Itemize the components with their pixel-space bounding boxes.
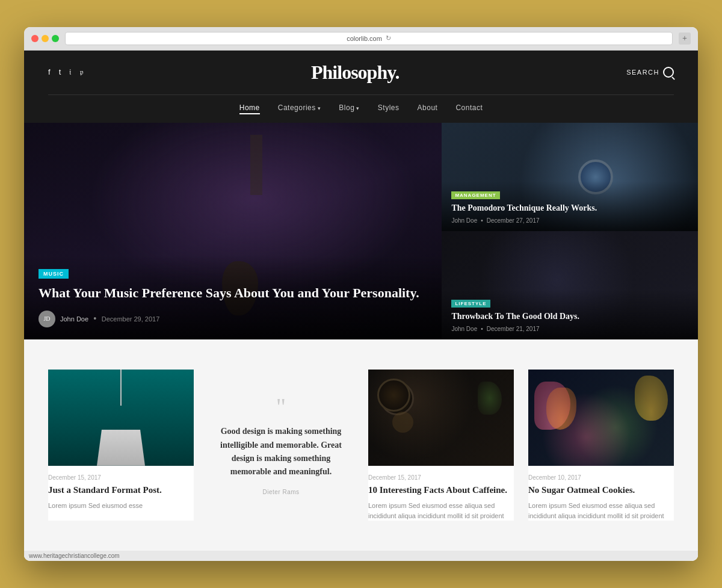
hero-meta: JD John Doe • December 29, 2017 — [39, 311, 427, 327]
lamp-shade — [97, 430, 145, 466]
quote-marks: " — [276, 395, 286, 419]
hero-side: MANAGEMENT The Pomodoro Technique Really… — [442, 123, 698, 339]
site-title: Philosophy. — [311, 61, 399, 84]
side-bottom-badge[interactable]: LIFESTYLE — [451, 300, 490, 308]
hero-separator: • — [93, 314, 97, 324]
hero-author: John Doe — [60, 315, 88, 323]
nav-categories[interactable]: Categories — [278, 104, 321, 114]
side-bottom-overlay: LIFESTYLE Throwback To The Good Old Days… — [442, 289, 698, 339]
cookies-title: No Sugar Oatmeal Cookies. — [528, 484, 674, 497]
coffee-title: 10 Interesting Facts About Caffeine. — [368, 484, 514, 497]
side-top-meta: John Doe • December 27, 2017 — [451, 217, 688, 224]
instagram-icon[interactable]: 𝔦 — [69, 67, 71, 77]
new-tab-button[interactable]: + — [679, 32, 691, 45]
hero-date: December 29, 2017 — [102, 315, 160, 323]
lamp-cord — [120, 370, 122, 406]
browser-chrome: colorlib.com ↻ + — [24, 27, 698, 51]
nav-blog[interactable]: Blog — [339, 104, 360, 114]
lamp-image — [48, 370, 194, 466]
search-button[interactable]: SEARCH — [626, 67, 674, 78]
browser-window: colorlib.com ↻ + f t 𝔦 𝔭 Philosophy. SEA… — [24, 27, 698, 562]
quote-card: " Good design is making something intell… — [208, 370, 354, 521]
side-top-date: December 27, 2017 — [487, 217, 540, 224]
maximize-button[interactable] — [52, 35, 59, 42]
twitter-icon[interactable]: t — [59, 67, 61, 77]
lamp-card[interactable]: December 15, 2017 Just a Standard Format… — [48, 370, 194, 521]
refresh-icon[interactable]: ↻ — [386, 34, 391, 42]
flowers-image — [528, 370, 674, 466]
cookies-card[interactable]: December 10, 2017 No Sugar Oatmeal Cooki… — [528, 370, 674, 521]
lamp-excerpt: Lorem ipsum Sed eiusmod esse — [48, 501, 194, 511]
hero-main[interactable]: MUSIC What Your Music Preference Says Ab… — [24, 123, 442, 339]
search-icon — [663, 67, 674, 78]
author-avatar: JD — [39, 311, 55, 327]
cookies-card-body: December 10, 2017 No Sugar Oatmeal Cooki… — [528, 466, 674, 521]
side-top-title: The Pomodoro Technique Really Works. — [451, 203, 688, 214]
side-bottom-date: December 21, 2017 — [487, 326, 540, 332]
quote-text: Good design is making something intellig… — [220, 425, 342, 479]
content-grid: December 15, 2017 Just a Standard Format… — [48, 370, 674, 521]
coffee-cup — [377, 379, 410, 412]
content-section: December 15, 2017 Just a Standard Format… — [24, 339, 698, 551]
side-top-author: John Doe — [451, 217, 477, 224]
lamp-date: December 15, 2017 — [48, 474, 194, 481]
flower-3 — [635, 376, 668, 421]
side-top-overlay: MANAGEMENT The Pomodoro Technique Really… — [442, 181, 698, 231]
cookies-date: December 10, 2017 — [528, 474, 674, 481]
quote-author: Dieter Rams — [262, 489, 299, 495]
nav-about[interactable]: About — [418, 104, 438, 114]
side-article-top[interactable]: MANAGEMENT The Pomodoro Technique Really… — [442, 123, 698, 231]
coffee-leaf — [478, 382, 502, 415]
coffee-decoration-1 — [392, 412, 413, 433]
lamp-title: Just a Standard Format Post. — [48, 484, 194, 497]
coffee-image — [368, 370, 514, 466]
coffee-card-body: December 15, 2017 10 Interesting Facts A… — [368, 466, 514, 521]
close-button[interactable] — [31, 35, 39, 42]
website-content: f t 𝔦 𝔭 Philosophy. SEARCH Home Categori… — [24, 51, 698, 562]
social-icons: f t 𝔦 𝔭 — [48, 67, 84, 77]
nav-styles[interactable]: Styles — [378, 104, 400, 114]
window-controls — [31, 35, 59, 42]
status-url: www.heritagechristiancollege.com — [29, 552, 120, 559]
main-nav: Home Categories Blog Styles About Contac… — [48, 95, 674, 123]
pinterest-icon[interactable]: 𝔭 — [79, 67, 84, 77]
side-article-bottom[interactable]: LIFESTYLE Throwback To The Good Old Days… — [442, 231, 698, 339]
facebook-icon[interactable]: f — [48, 67, 51, 77]
lamp-card-body: December 15, 2017 Just a Standard Format… — [48, 466, 194, 511]
hero-category-badge[interactable]: MUSIC — [39, 269, 69, 279]
minimize-button[interactable] — [42, 35, 49, 42]
hero-title: What Your Music Preference Says About Yo… — [39, 285, 427, 302]
side-bottom-author: John Doe — [451, 326, 477, 332]
search-label: SEARCH — [626, 69, 659, 76]
browser-statusbar: www.heritagechristiancollege.com — [24, 551, 698, 561]
coffee-date: December 15, 2017 — [368, 474, 514, 481]
hero-overlay: MUSIC What Your Music Preference Says Ab… — [24, 255, 442, 339]
coffee-excerpt: Lorem ipsum Sed eiusmod esse aliqua sed … — [368, 501, 514, 521]
nav-contact[interactable]: Contact — [455, 104, 483, 114]
nav-home[interactable]: Home — [239, 104, 260, 114]
header-top: f t 𝔦 𝔭 Philosophy. SEARCH — [48, 51, 674, 95]
cookies-excerpt: Lorem ipsum Sed eiusmod esse aliqua sed … — [528, 501, 674, 521]
url-text: colorlib.com — [347, 35, 382, 42]
flower-2 — [546, 388, 576, 430]
coffee-card[interactable]: December 15, 2017 10 Interesting Facts A… — [368, 370, 514, 521]
site-header: f t 𝔦 𝔭 Philosophy. SEARCH Home Categori… — [24, 51, 698, 123]
side-top-badge[interactable]: MANAGEMENT — [451, 191, 499, 199]
hero-section: MUSIC What Your Music Preference Says Ab… — [24, 123, 698, 339]
side-bottom-title: Throwback To The Good Old Days. — [451, 311, 688, 322]
url-bar[interactable]: colorlib.com ↻ — [65, 32, 673, 45]
side-bottom-meta: John Doe • December 21, 2017 — [451, 326, 688, 332]
